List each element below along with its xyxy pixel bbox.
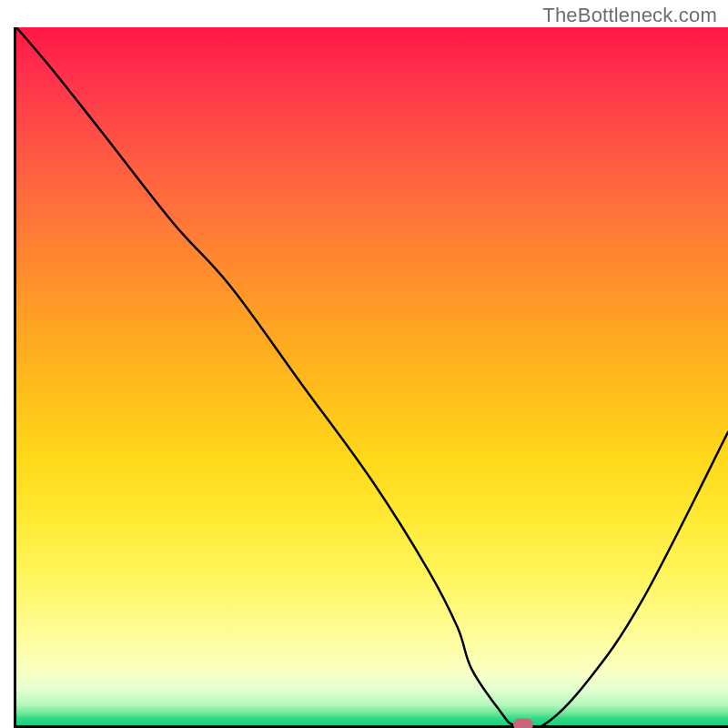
watermark-text: TheBottleneck.com xyxy=(542,4,717,27)
optimum-marker xyxy=(513,719,533,728)
plot-area xyxy=(14,27,728,728)
bottleneck-curve xyxy=(16,27,728,725)
